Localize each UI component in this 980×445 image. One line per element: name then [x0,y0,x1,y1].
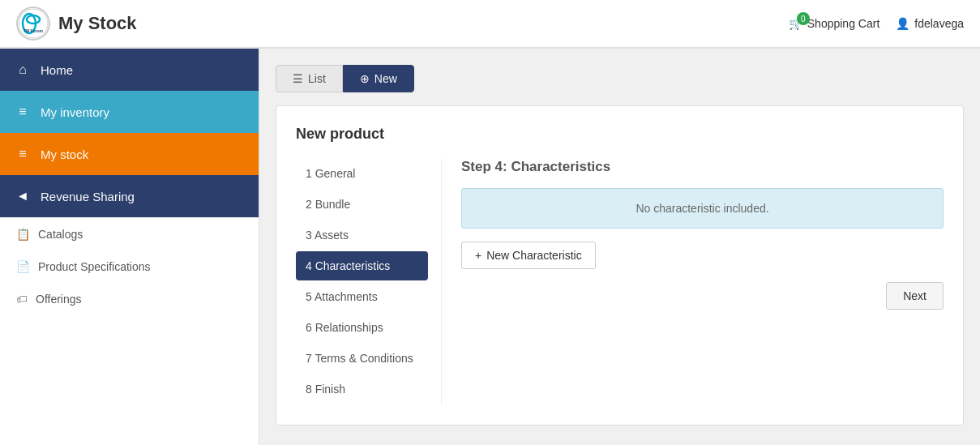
sidebar-sub-menu: 📋 Catalogs 📄 Product Specifications 🏷 Of… [0,217,259,315]
no-characteristic-message: No characteristic included. [461,188,944,229]
user-icon: 👤 [896,17,909,30]
header: TM Forum My Stock 0 🛒 Shopping Cart 👤 fd… [0,0,980,49]
step-characteristics[interactable]: 4 Characteristics [296,251,428,280]
product-specs-icon: 📄 [16,260,30,273]
tab-list-label: List [308,72,326,85]
username-label: fdelavega [914,17,964,30]
new-product-card: New product 1 General 2 Bundle 3 Assets … [276,105,964,426]
logo-area: TM Forum My Stock [16,6,137,41]
step-content: Step 4: Characteristics No characteristi… [442,159,944,405]
svg-text:TM Forum: TM Forum [24,28,44,33]
list-icon: ☰ [293,72,303,85]
fiware-logo: TM Forum [16,6,50,41]
cart-badge: 0 [797,12,810,25]
steps-panel: 1 General 2 Bundle 3 Assets 4 Characteri… [296,159,442,405]
step-assets[interactable]: 3 Assets [296,220,428,250]
inventory-icon: ≡ [15,104,31,120]
sidebar-item-product-specifications[interactable]: 📄 Product Specifications [0,250,259,283]
sidebar: ⌂ Home ≡ My inventory ≡ My stock ◄ Reven… [0,49,259,445]
shopping-cart-button[interactable]: 0 🛒 Shopping Cart [789,17,880,30]
step-general[interactable]: 1 General [296,159,428,188]
add-characteristic-button[interactable]: + New Characteristic [461,242,596,269]
add-characteristic-label: New Characteristic [486,249,581,262]
catalogs-icon: 📋 [16,228,30,241]
main-layout: ⌂ Home ≡ My inventory ≡ My stock ◄ Reven… [0,49,980,445]
step-finish[interactable]: 8 Finish [296,374,428,404]
header-right: 0 🛒 Shopping Cart 👤 fdelavega [789,17,964,30]
sidebar-item-label: Home [41,63,73,77]
next-button[interactable]: Next [886,282,944,310]
tab-list[interactable]: ☰ List [276,65,343,92]
sidebar-item-my-stock[interactable]: ≡ My stock [0,133,259,175]
sidebar-sub-label: Catalogs [38,228,83,241]
tab-new-label: New [374,72,397,85]
cart-label: Shopping Cart [807,17,880,30]
sidebar-sub-label: Product Specifications [38,260,151,273]
card-body: 1 General 2 Bundle 3 Assets 4 Characteri… [296,159,944,405]
sidebar-item-home[interactable]: ⌂ Home [0,49,259,91]
app-title: My Stock [58,13,137,34]
sidebar-item-catalogs[interactable]: 📋 Catalogs [0,218,259,250]
step-title: Step 4: Characteristics [461,159,944,175]
sidebar-item-offerings[interactable]: 🏷 Offerings [0,283,259,315]
step-bundle[interactable]: 2 Bundle [296,190,428,219]
tabs-bar: ☰ List ⊕ New [276,65,964,92]
home-icon: ⌂ [15,62,31,78]
stock-icon: ≡ [15,146,31,162]
sidebar-item-revenue-sharing[interactable]: ◄ Revenue Sharing [0,175,259,217]
sidebar-item-label: My inventory [41,105,109,119]
main-content: ☰ List ⊕ New New product 1 General 2 Bun… [259,49,980,445]
revenue-icon: ◄ [15,188,31,204]
plus-icon: ⊕ [360,72,370,85]
sidebar-item-label: Revenue Sharing [41,190,135,203]
step-attachments[interactable]: 5 Attachments [296,282,428,311]
step-relationships[interactable]: 6 Relationships [296,313,428,342]
step-terms[interactable]: 7 Terms & Conditions [296,344,428,373]
offerings-icon: 🏷 [16,293,28,306]
sidebar-item-my-inventory[interactable]: ≡ My inventory [0,91,259,133]
sidebar-sub-label: Offerings [36,293,82,306]
sidebar-item-label: My stock [41,148,88,161]
user-menu-button[interactable]: 👤 fdelavega [896,17,964,30]
card-title: New product [296,126,944,143]
tab-new[interactable]: ⊕ New [343,65,414,92]
plus-icon: + [475,249,481,262]
